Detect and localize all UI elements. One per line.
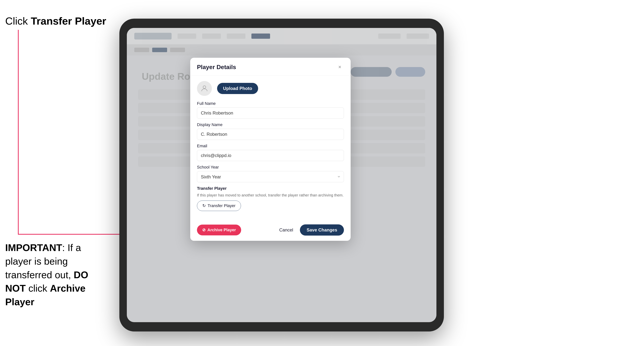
avatar-placeholder <box>197 81 212 96</box>
tablet-device: Update Roster Player Details × <box>119 19 444 332</box>
transfer-icon: ↻ <box>202 203 206 208</box>
important-label: IMPORTANT <box>5 242 62 253</box>
modal-close-button[interactable]: × <box>336 63 344 71</box>
person-icon <box>200 84 208 93</box>
school-year-group: School Year First Year Second Year Third… <box>197 165 344 182</box>
full-name-label: Full Name <box>197 101 344 106</box>
full-name-group: Full Name <box>197 101 344 119</box>
email-input[interactable] <box>197 150 344 161</box>
transfer-btn-label: Transfer Player <box>208 203 236 208</box>
transfer-player-section: Transfer Player If this player has moved… <box>197 186 344 211</box>
photo-upload-row: Upload Photo <box>197 81 344 96</box>
click-instruction-bold: Transfer Player <box>31 15 106 27</box>
upload-photo-button[interactable]: Upload Photo <box>217 83 258 94</box>
archive-icon: ⊘ <box>202 228 206 232</box>
school-year-label: School Year <box>197 165 344 170</box>
archive-player-button[interactable]: ⊘ Archive Player <box>197 225 241 235</box>
do-not-text: click <box>26 283 50 294</box>
save-changes-button[interactable]: Save Changes <box>300 224 344 236</box>
display-name-label: Display Name <box>197 122 344 127</box>
modal-header: Player Details × <box>190 58 351 76</box>
display-name-input[interactable] <box>197 129 344 140</box>
transfer-player-button[interactable]: ↻ Transfer Player <box>197 200 241 211</box>
modal-footer: ⊘ Archive Player Cancel Save Changes <box>190 221 351 241</box>
school-year-select[interactable]: First Year Second Year Third Year Fourth… <box>197 171 344 182</box>
full-name-input[interactable] <box>197 107 344 119</box>
svg-point-0 <box>203 86 206 88</box>
transfer-description: If this player has moved to another scho… <box>197 192 344 198</box>
click-instruction-text: Click <box>5 15 31 27</box>
click-instruction: Click Transfer Player <box>5 15 106 27</box>
archive-btn-label: Archive Player <box>208 228 236 232</box>
tablet-screen: Update Roster Player Details × <box>127 28 436 322</box>
display-name-group: Display Name <box>197 122 344 140</box>
player-details-modal: Player Details × Upload Photo <box>190 58 351 241</box>
email-label: Email <box>197 144 344 149</box>
modal-title: Player Details <box>197 64 236 71</box>
arrow-vertical-line <box>18 30 19 235</box>
important-annotation: IMPORTANT: If a player is being transfer… <box>5 241 110 309</box>
transfer-section-title: Transfer Player <box>197 186 344 191</box>
cancel-button[interactable]: Cancel <box>276 224 297 236</box>
modal-body: Upload Photo Full Name Display Name Emai… <box>190 76 351 221</box>
email-group: Email <box>197 144 344 161</box>
